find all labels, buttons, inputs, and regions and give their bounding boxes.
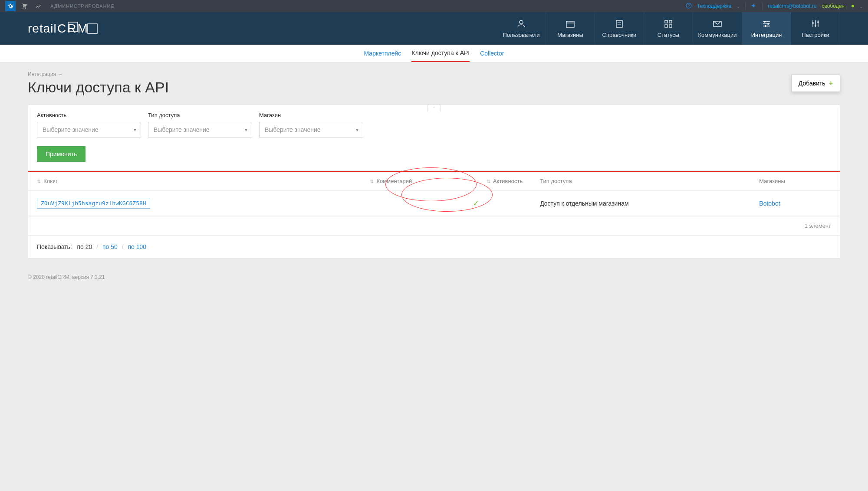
nav-integration[interactable]: Интеграция — [742, 12, 791, 45]
th-stores[interactable]: Магазины — [750, 172, 840, 191]
nav-users[interactable]: Пользователи — [497, 12, 546, 45]
filter-activity-label: Активность — [37, 112, 141, 118]
svg-rect-14 — [665, 25, 667, 27]
th-key[interactable]: Ключ — [28, 172, 298, 191]
svg-point-6 — [519, 20, 523, 24]
status-dot-icon — [852, 5, 854, 7]
page-title: Ключи доступа к API — [28, 79, 840, 96]
svg-point-28 — [817, 21, 819, 23]
nav-statuses-label: Статусы — [658, 32, 679, 38]
comment-cell — [298, 191, 421, 216]
th-comment[interactable]: Комментарий — [298, 172, 421, 191]
svg-point-26 — [812, 22, 814, 24]
filter-access-type-select[interactable]: Выберите значение — [148, 122, 252, 137]
svg-point-27 — [815, 25, 816, 26]
page-footer: © 2020 retailCRM, версия 7.3.21 — [0, 267, 868, 287]
cart-icon[interactable] — [19, 1, 30, 11]
api-keys-table: Ключ Комментарий Активность Тип доступа … — [28, 171, 840, 216]
tab-api-keys[interactable]: Ключи доступа к API — [411, 45, 470, 62]
user-email[interactable]: retailcrm@botobot.ru — [768, 3, 816, 9]
megaphone-icon[interactable] — [751, 3, 757, 10]
th-activity[interactable]: Активность — [421, 172, 531, 191]
tab-collector[interactable]: Collector — [480, 45, 504, 62]
pager: Показывать: по 20 / по 50 / по 100 — [28, 236, 840, 259]
tab-marketplace[interactable]: Маркетплейс — [364, 45, 401, 62]
svg-rect-15 — [669, 25, 672, 27]
svg-rect-13 — [669, 20, 672, 23]
pager-opt-20[interactable]: по 20 — [77, 243, 92, 250]
subnav: Маркетплейс Ключи доступа к API Collecto… — [0, 45, 868, 62]
svg-point-22 — [765, 25, 766, 27]
help-icon[interactable]: ? — [686, 3, 692, 10]
filter-panel: ⌃ Активность Выберите значение Тип досту… — [28, 105, 840, 171]
nav-communications[interactable]: Коммуникации — [693, 12, 742, 45]
nav-statuses[interactable]: Статусы — [644, 12, 693, 45]
table-footer: 1 элемент — [28, 216, 840, 236]
svg-text:CRM: CRM — [57, 22, 89, 35]
svg-rect-7 — [566, 21, 574, 27]
plus-icon: + — [829, 79, 833, 87]
store-link[interactable]: Botobot — [759, 200, 780, 207]
filter-store-label: Магазин — [259, 112, 363, 118]
pager-label: Показывать: — [37, 243, 72, 250]
nav-integration-label: Интеграция — [751, 32, 782, 38]
user-status: свободен — [822, 3, 845, 9]
svg-point-21 — [767, 23, 769, 25]
add-button[interactable]: Добавить + — [791, 75, 840, 92]
admin-section-label: АДМИНИСТРИРОВАНИЕ — [50, 3, 115, 9]
access-type-cell: Доступ к отдельным магазинам — [531, 191, 750, 216]
collapse-handle[interactable]: ⌃ — [427, 105, 441, 111]
check-icon: ✓ — [429, 199, 523, 208]
pager-opt-50[interactable]: по 50 — [102, 243, 118, 250]
nav-references[interactable]: Справочники — [595, 12, 644, 45]
nav-users-label: Пользователи — [503, 32, 540, 38]
add-button-label: Добавить — [799, 80, 825, 87]
breadcrumb[interactable]: Интеграция → — [28, 71, 840, 77]
nav-communications-label: Коммуникации — [698, 32, 737, 38]
apply-button[interactable]: Применить — [37, 146, 85, 162]
table-row[interactable]: Z0uVjZ9Kljb5hsagzu9zlhwKGC6Z58H ✓ Доступ… — [28, 191, 840, 216]
th-access-type[interactable]: Тип доступа — [531, 172, 750, 191]
topbar: АДМИНИСТРИРОВАНИЕ ? Техподдержка ⌄ retai… — [0, 0, 868, 12]
support-link[interactable]: Техподдержка — [697, 3, 732, 9]
svg-rect-5 — [88, 24, 97, 33]
item-count: 1 элемент — [805, 223, 831, 229]
api-key-value[interactable]: Z0uVjZ9Kljb5hsagzu9zlhwKGC6Z58H — [37, 198, 150, 209]
support-chevron-icon[interactable]: ⌄ — [736, 4, 740, 9]
nav-stores[interactable]: Магазины — [546, 12, 595, 45]
analytics-icon[interactable] — [33, 1, 43, 11]
logo[interactable]: retail CRM — [28, 20, 106, 37]
user-chevron-icon[interactable]: ⌄ — [859, 4, 863, 9]
nav-references-label: Справочники — [602, 32, 637, 38]
filter-store-select[interactable]: Выберите значение — [259, 122, 363, 137]
svg-point-20 — [764, 21, 766, 23]
nav-settings[interactable]: Настройки — [791, 12, 840, 45]
svg-text:?: ? — [687, 3, 690, 7]
filter-access-type-label: Тип доступа — [148, 112, 252, 118]
svg-rect-9 — [616, 20, 622, 27]
gear-icon[interactable] — [5, 1, 16, 11]
nav-stores-label: Магазины — [557, 32, 583, 38]
svg-rect-12 — [665, 20, 667, 23]
header: retail CRM Пользователи Магазины Справоч… — [0, 12, 868, 45]
pager-opt-100[interactable]: по 100 — [128, 243, 146, 250]
svg-text:retail: retail — [28, 22, 57, 35]
filter-activity-select[interactable]: Выберите значение — [37, 122, 141, 137]
nav-settings-label: Настройки — [802, 32, 829, 38]
